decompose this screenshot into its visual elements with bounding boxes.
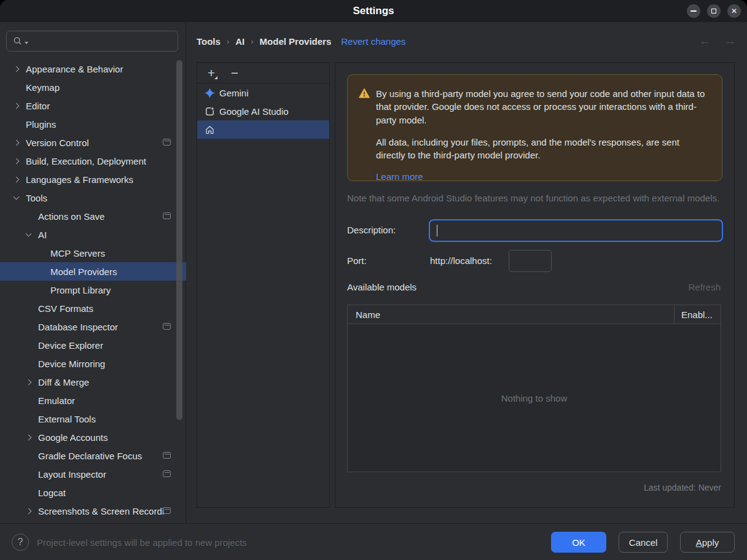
project-level-badge-icon — [163, 323, 171, 330]
sidebar-item-label: Database Inspector — [38, 322, 118, 332]
description-field — [429, 219, 723, 242]
footer-buttons: OK Cancel Apply — [551, 532, 735, 553]
sidebar-item-device-mirroring[interactable]: Device Mirroring — [0, 354, 186, 373]
chevron-right-icon[interactable] — [26, 434, 32, 440]
question-icon: ? — [18, 537, 23, 548]
warning-banner: By using a third-party model you agree t… — [347, 74, 722, 181]
sidebar-scrollbar[interactable] — [176, 60, 182, 420]
warning-paragraph-2: All data, including your files, prompts,… — [376, 136, 708, 162]
text-caret — [437, 225, 437, 236]
sidebar-item-label: Layout Inspector — [38, 469, 106, 480]
minus-icon: − — [231, 66, 238, 80]
sidebar-item-keymap[interactable]: Keymap — [0, 78, 186, 96]
help-button[interactable]: ? — [12, 534, 29, 551]
sidebar-item-mcp-servers[interactable]: MCP Servers — [0, 244, 186, 262]
sidebar-item-appearance-behavior[interactable]: Appearance & Behavior — [0, 60, 186, 78]
sidebar-item-label: Languages & Frameworks — [26, 174, 133, 185]
settings-search-box[interactable] — [6, 31, 178, 52]
sidebar-item-ai[interactable]: AI — [0, 225, 186, 244]
nav-back-button[interactable]: ← — [699, 34, 711, 48]
sidebar-item-label: Device Mirroring — [38, 359, 105, 369]
sidebar-item-label: Editor — [26, 101, 50, 111]
sidebar-item-label: Google Accounts — [38, 432, 108, 443]
cancel-button[interactable]: Cancel — [619, 532, 668, 553]
sidebar-item-csv-formats[interactable]: CSV Formats — [0, 299, 186, 317]
sidebar-item-screenshots-screen-recordi[interactable]: Screenshots & Screen Recordi — [0, 502, 186, 520]
chevron-down-icon[interactable] — [14, 194, 20, 200]
maximize-button[interactable] — [707, 4, 721, 18]
nav-forward-button[interactable]: → — [724, 34, 736, 48]
maximize-icon — [711, 9, 716, 14]
model-provider-form: By using a third-party model you agree t… — [335, 62, 735, 508]
port-prefix: http://localhost: — [430, 255, 492, 266]
breadcrumb-item-tools[interactable]: Tools — [197, 36, 221, 47]
chevron-down-icon[interactable] — [26, 231, 32, 237]
breadcrumb-item-model-providers[interactable]: Model Providers — [260, 36, 332, 47]
provider-row-gemini[interactable]: Gemini — [197, 84, 329, 102]
sidebar-item-label: AI — [38, 230, 47, 240]
titlebar[interactable]: Settings ✕ — [0, 0, 747, 22]
ok-button[interactable]: OK — [551, 532, 606, 553]
last-updated-text: Last updated: Never — [644, 483, 721, 492]
sidebar-item-label: Actions on Save — [38, 211, 104, 222]
description-input[interactable] — [430, 225, 722, 236]
sidebar-item-version-control[interactable]: Version Control — [0, 133, 186, 152]
chevron-right-icon[interactable] — [14, 139, 20, 146]
column-header-name[interactable]: Name — [348, 305, 674, 324]
provider-row-google-ai-studio[interactable]: Google AI Studio — [197, 102, 329, 120]
port-input[interactable] — [509, 250, 552, 272]
chevron-right-icon[interactable] — [14, 66, 20, 72]
chevron-right-icon[interactable] — [26, 508, 32, 514]
learn-more-link[interactable]: Learn more — [376, 170, 423, 183]
sidebar-tree: Appearance & BehaviorKeymapEditorPlugins… — [0, 60, 186, 520]
column-header-enabled[interactable]: Enabl... — [674, 305, 721, 324]
chevron-right-icon[interactable] — [14, 176, 20, 182]
sidebar-item-languages-frameworks[interactable]: Languages & Frameworks — [0, 170, 186, 189]
sidebar-item-plugins[interactable]: Plugins — [0, 115, 186, 133]
window-title: Settings — [353, 5, 394, 17]
close-button[interactable]: ✕ — [727, 4, 741, 18]
sidebar-item-label: Gradle Declarative Focus — [38, 451, 142, 461]
sidebar-item-logcat[interactable]: Logcat — [0, 483, 186, 502]
models-table-header: Name Enabl... — [348, 305, 721, 324]
breadcrumb-item-ai[interactable]: AI — [235, 36, 244, 47]
minimize-icon — [690, 10, 697, 12]
sidebar-item-build-execution-deployment[interactable]: Build, Execution, Deployment — [0, 152, 186, 170]
sidebar-item-prompt-library[interactable]: Prompt Library — [0, 281, 186, 299]
sidebar-item-label: Screenshots & Screen Recordi — [38, 506, 164, 516]
sidebar-item-device-explorer[interactable]: Device Explorer — [0, 336, 186, 354]
search-icon — [12, 36, 23, 47]
sidebar-item-label: CSV Formats — [38, 303, 93, 314]
remove-provider-button[interactable]: − — [228, 67, 241, 79]
project-level-badge-icon — [163, 507, 171, 514]
home-icon — [205, 125, 215, 135]
sidebar-item-external-tools[interactable]: External Tools — [0, 410, 186, 428]
chevron-right-icon[interactable] — [14, 158, 20, 164]
sidebar-item-label: Keymap — [26, 82, 60, 93]
sidebar-item-diff-merge[interactable]: Diff & Merge — [0, 373, 186, 391]
sidebar-item-layout-inspector[interactable]: Layout Inspector — [0, 465, 186, 483]
sidebar-item-actions-on-save[interactable]: Actions on Save — [0, 207, 186, 225]
minimize-button[interactable] — [687, 4, 700, 18]
sidebar-item-model-providers[interactable]: Model Providers — [0, 262, 186, 281]
sidebar-item-emulator[interactable]: Emulator — [0, 391, 186, 410]
project-level-badge-icon — [163, 452, 171, 459]
provider-row-custom[interactable] — [197, 120, 329, 139]
sidebar-item-tools[interactable]: Tools — [0, 189, 186, 207]
sidebar-item-database-inspector[interactable]: Database Inspector — [0, 317, 186, 336]
apply-button[interactable]: Apply — [680, 532, 735, 553]
sidebar-item-google-accounts[interactable]: Google Accounts — [0, 428, 186, 446]
chevron-right-icon[interactable] — [26, 379, 32, 385]
description-label: Description: — [347, 225, 396, 235]
chevron-right-icon[interactable] — [14, 103, 20, 109]
project-level-badge-icon — [163, 470, 171, 477]
refresh-button[interactable]: Refresh — [688, 282, 721, 292]
add-provider-button[interactable]: + — [205, 67, 218, 79]
sidebar-item-editor[interactable]: Editor — [0, 96, 186, 115]
sidebar-item-gradle-declarative-focus[interactable]: Gradle Declarative Focus — [0, 446, 186, 465]
footer-bar: ? Project-level settings will be applied… — [0, 523, 747, 560]
sidebar-item-label: Plugins — [26, 119, 56, 130]
search-filter-dropdown-icon[interactable] — [25, 42, 28, 44]
revert-changes-link[interactable]: Revert changes — [341, 36, 405, 47]
settings-search-input[interactable] — [29, 36, 165, 46]
